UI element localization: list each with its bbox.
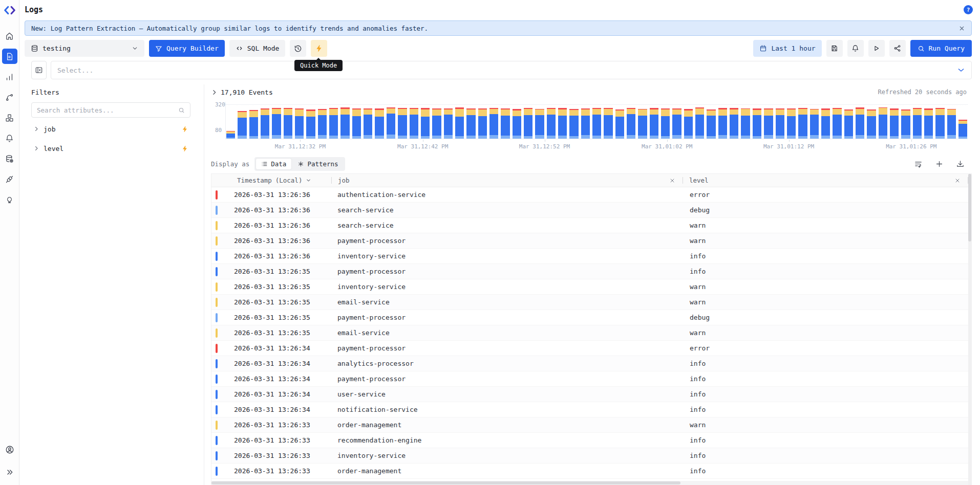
histogram-bar[interactable] — [707, 109, 715, 139]
histogram-bar[interactable] — [958, 120, 967, 139]
nav-services[interactable] — [2, 110, 17, 125]
histogram-bar[interactable] — [398, 108, 407, 139]
log-row[interactable]: 2026-03-31 13:26:34 payment-processor in… — [211, 371, 968, 387]
histogram-bar[interactable] — [821, 108, 830, 139]
histogram-bar[interactable] — [833, 108, 841, 139]
histogram-bar[interactable] — [935, 108, 944, 139]
nav-logs[interactable] — [2, 49, 17, 64]
histogram-bar[interactable] — [947, 109, 956, 139]
vertical-scrollbar[interactable] — [968, 174, 971, 485]
log-row[interactable]: 2026-03-31 13:26:35 payment-processor de… — [211, 310, 968, 325]
time-range-picker[interactable]: Last 1 hour — [753, 40, 821, 57]
query-builder-button[interactable]: Query Builder — [149, 40, 225, 57]
expand-query-button[interactable] — [957, 66, 965, 74]
log-row[interactable]: 2026-03-31 13:26:33 order-management war… — [211, 417, 968, 433]
histogram-bar[interactable] — [753, 108, 761, 139]
collapse-panel-button[interactable] — [31, 61, 47, 79]
histogram-bar[interactable] — [226, 131, 235, 139]
column-header-level[interactable]: level — [683, 177, 968, 184]
histogram-bar[interactable] — [238, 111, 246, 139]
horizontal-scrollbar[interactable] — [211, 481, 968, 485]
remove-level-column-button[interactable] — [954, 178, 961, 184]
log-row[interactable]: 2026-03-31 13:26:35 payment-processor in… — [211, 264, 968, 279]
vertical-scrollbar-thumb[interactable] — [968, 174, 971, 241]
histogram-bar[interactable] — [581, 108, 590, 139]
log-row[interactable]: 2026-03-31 13:26:35 email-service warn — [211, 325, 968, 341]
histogram-bar[interactable] — [684, 109, 693, 139]
histogram-bar[interactable] — [879, 107, 887, 139]
query-search-input[interactable] — [57, 67, 957, 74]
column-header-timestamp[interactable]: Timestamp (Local) — [211, 177, 331, 184]
log-row[interactable]: 2026-03-31 13:26:36 authentication-servi… — [211, 187, 968, 203]
histogram-bar[interactable] — [718, 108, 727, 139]
log-row[interactable]: 2026-03-31 13:26:36 search-service debug — [211, 203, 968, 218]
log-row[interactable]: 2026-03-31 13:26:34 analytics-processor … — [211, 356, 968, 371]
histogram-bar[interactable] — [318, 109, 327, 139]
histogram-bar[interactable] — [501, 108, 509, 139]
expand-events-button[interactable] — [211, 89, 218, 96]
log-row[interactable]: 2026-03-31 13:26:34 user-service info — [211, 387, 968, 402]
text-wrap-icon[interactable] — [914, 160, 923, 168]
histogram-bar[interactable] — [444, 108, 453, 139]
log-row[interactable]: 2026-03-31 13:26:35 inventory-service wa… — [211, 279, 968, 295]
nav-alerts[interactable] — [2, 130, 17, 146]
nav-account[interactable] — [2, 442, 17, 457]
nav-expand-sidebar[interactable] — [2, 465, 17, 480]
nav-integrations[interactable] — [2, 171, 17, 187]
histogram-bar[interactable] — [901, 109, 910, 139]
log-row[interactable]: 2026-03-31 13:26:36 inventory-service in… — [211, 249, 968, 264]
histogram-bar[interactable] — [672, 108, 681, 139]
log-row[interactable]: 2026-03-31 13:26:33 order-management inf… — [211, 464, 968, 479]
histogram-bar[interactable] — [787, 108, 796, 139]
history-button[interactable] — [290, 40, 306, 57]
quick-mode-button[interactable] — [311, 40, 327, 57]
histogram-bar[interactable] — [284, 108, 292, 139]
attribute-search-input[interactable] — [37, 106, 178, 114]
histogram-bar[interactable] — [890, 108, 899, 139]
download-icon[interactable] — [956, 160, 965, 168]
filter-attribute-job[interactable]: job — [31, 121, 190, 137]
horizontal-scrollbar-thumb[interactable] — [211, 481, 680, 484]
histogram-bar[interactable] — [375, 108, 384, 139]
play-live-button[interactable] — [868, 40, 885, 57]
histogram-bar[interactable] — [569, 109, 578, 139]
brand-logo-icon[interactable] — [3, 4, 16, 17]
histogram-bar[interactable] — [364, 108, 372, 139]
histogram-bar[interactable] — [513, 109, 521, 139]
run-query-button[interactable]: Run Query — [910, 40, 972, 57]
histogram-bar[interactable] — [455, 107, 464, 139]
histogram-bar[interactable] — [421, 108, 430, 139]
nav-traces[interactable] — [2, 90, 17, 105]
histogram-bar[interactable] — [661, 108, 670, 139]
save-view-button[interactable] — [826, 40, 843, 57]
banner-close-button[interactable] — [958, 25, 965, 32]
help-button[interactable]: ? — [964, 5, 973, 14]
add-column-icon[interactable] — [935, 160, 944, 168]
histogram-bar[interactable] — [387, 107, 395, 139]
histogram-bar[interactable] — [466, 108, 475, 139]
nav-data-sources[interactable] — [2, 151, 17, 166]
column-header-job[interactable]: job — [332, 177, 683, 184]
histogram-bar[interactable] — [295, 108, 304, 139]
histogram-bar[interactable] — [535, 109, 544, 139]
log-row[interactable]: 2026-03-31 13:26:36 search-service warn — [211, 218, 968, 233]
histogram-bar[interactable] — [478, 108, 487, 139]
log-row[interactable]: 2026-03-31 13:26:34 payment-processor er… — [211, 341, 968, 356]
nav-dashboards[interactable] — [2, 69, 17, 84]
histogram-bar[interactable] — [410, 108, 418, 139]
histogram-bar[interactable] — [856, 107, 864, 139]
log-row[interactable]: 2026-03-31 13:26:34 notification-service… — [211, 402, 968, 417]
log-row[interactable]: 2026-03-31 13:26:33 recommendation-engin… — [211, 433, 968, 448]
sort-chevron-icon[interactable] — [306, 178, 311, 183]
histogram-bar[interactable] — [764, 108, 773, 139]
histogram-bar[interactable] — [547, 108, 556, 139]
remove-job-column-button[interactable] — [669, 178, 675, 184]
histogram-bar[interactable] — [604, 108, 612, 139]
sql-mode-button[interactable]: SQL Mode — [229, 40, 286, 57]
histogram-bar[interactable] — [489, 108, 498, 139]
nav-suggestions[interactable] — [2, 192, 17, 207]
create-alert-button[interactable] — [847, 40, 864, 57]
histogram-bar[interactable] — [810, 109, 819, 139]
histogram-bar[interactable] — [329, 108, 338, 139]
histogram-bar[interactable] — [249, 110, 258, 139]
